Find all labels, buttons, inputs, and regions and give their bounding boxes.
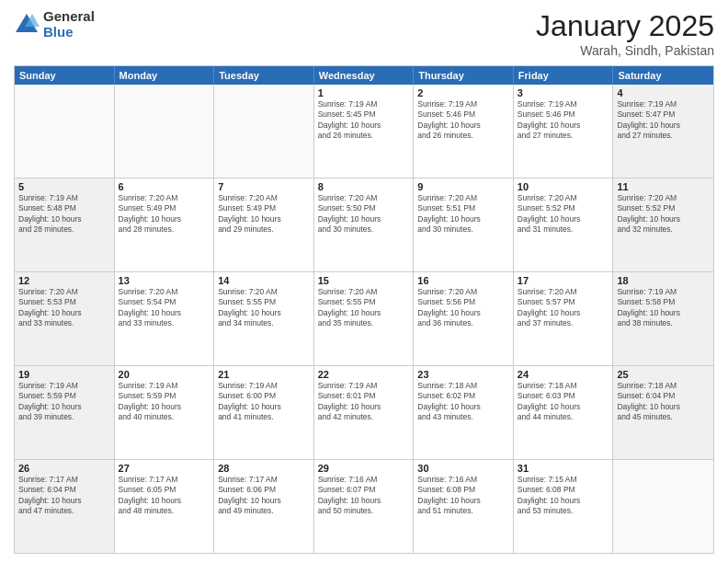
day-number: 13 <box>119 275 210 286</box>
day-cell-9: 9Sunrise: 7:20 AM Sunset: 5:51 PM Daylig… <box>414 178 514 271</box>
day-cell-24: 24Sunrise: 7:18 AM Sunset: 6:03 PM Dayli… <box>514 366 614 459</box>
day-info: Sunrise: 7:17 AM Sunset: 6:05 PM Dayligh… <box>119 475 210 517</box>
weekday-header-wednesday: Wednesday <box>314 66 415 85</box>
day-number: 12 <box>18 275 110 286</box>
day-cell-27: 27Sunrise: 7:17 AM Sunset: 6:05 PM Dayli… <box>115 460 215 553</box>
day-info: Sunrise: 7:19 AM Sunset: 5:59 PM Dayligh… <box>119 381 210 423</box>
day-number: 8 <box>318 181 410 192</box>
calendar-header: SundayMondayTuesdayWednesdayThursdayFrid… <box>15 66 713 85</box>
day-cell-31: 31Sunrise: 7:15 AM Sunset: 6:08 PM Dayli… <box>514 460 614 553</box>
logo-icon <box>14 12 40 38</box>
day-number: 3 <box>518 87 609 98</box>
day-cell-19: 19Sunrise: 7:19 AM Sunset: 5:59 PM Dayli… <box>15 366 115 459</box>
day-number: 23 <box>417 369 509 380</box>
weekday-header-sunday: Sunday <box>15 66 115 85</box>
calendar-week-3: 12Sunrise: 7:20 AM Sunset: 5:53 PM Dayli… <box>15 272 713 366</box>
day-cell-11: 11Sunrise: 7:20 AM Sunset: 5:52 PM Dayli… <box>613 178 713 271</box>
day-cell-6: 6Sunrise: 7:20 AM Sunset: 5:49 PM Daylig… <box>115 178 215 271</box>
day-cell-1: 1Sunrise: 7:19 AM Sunset: 5:45 PM Daylig… <box>314 85 415 178</box>
day-cell-5: 5Sunrise: 7:19 AM Sunset: 5:48 PM Daylig… <box>15 178 115 271</box>
day-info: Sunrise: 7:20 AM Sunset: 5:55 PM Dayligh… <box>218 287 310 329</box>
day-number: 14 <box>218 275 310 286</box>
day-number: 7 <box>218 181 310 192</box>
day-info: Sunrise: 7:19 AM Sunset: 5:58 PM Dayligh… <box>617 287 710 329</box>
day-cell-17: 17Sunrise: 7:20 AM Sunset: 5:57 PM Dayli… <box>514 272 614 365</box>
day-cell-2: 2Sunrise: 7:19 AM Sunset: 5:46 PM Daylig… <box>414 85 514 178</box>
day-number: 2 <box>417 87 509 98</box>
day-cell-22: 22Sunrise: 7:19 AM Sunset: 6:01 PM Dayli… <box>314 366 415 459</box>
day-cell-21: 21Sunrise: 7:19 AM Sunset: 6:00 PM Dayli… <box>214 366 314 459</box>
day-info: Sunrise: 7:19 AM Sunset: 5:48 PM Dayligh… <box>18 193 110 236</box>
day-number: 30 <box>417 463 509 474</box>
day-info: Sunrise: 7:20 AM Sunset: 5:52 PM Dayligh… <box>617 193 710 236</box>
day-number: 9 <box>417 181 509 192</box>
day-cell-28: 28Sunrise: 7:17 AM Sunset: 6:06 PM Dayli… <box>214 460 314 553</box>
day-info: Sunrise: 7:20 AM Sunset: 5:49 PM Dayligh… <box>218 193 310 236</box>
day-cell-10: 10Sunrise: 7:20 AM Sunset: 5:52 PM Dayli… <box>514 178 614 271</box>
day-number: 15 <box>318 275 410 286</box>
title-month: January 2025 <box>536 9 714 43</box>
day-number: 5 <box>18 181 110 192</box>
day-number: 24 <box>518 369 609 380</box>
day-number: 1 <box>318 87 410 98</box>
day-info: Sunrise: 7:20 AM Sunset: 5:57 PM Dayligh… <box>518 287 609 329</box>
day-cell-14: 14Sunrise: 7:20 AM Sunset: 5:55 PM Dayli… <box>214 272 314 365</box>
day-number: 31 <box>518 463 609 474</box>
day-number: 11 <box>617 181 710 192</box>
day-cell-23: 23Sunrise: 7:18 AM Sunset: 6:02 PM Dayli… <box>414 366 514 459</box>
day-number: 21 <box>218 369 310 380</box>
day-cell-8: 8Sunrise: 7:20 AM Sunset: 5:50 PM Daylig… <box>314 178 415 271</box>
day-info: Sunrise: 7:19 AM Sunset: 5:46 PM Dayligh… <box>518 99 609 142</box>
page: General Blue January 2025 Warah, Sindh, … <box>0 0 728 563</box>
empty-cell <box>613 460 713 553</box>
day-info: Sunrise: 7:19 AM Sunset: 5:59 PM Dayligh… <box>18 381 110 423</box>
day-cell-15: 15Sunrise: 7:20 AM Sunset: 5:55 PM Dayli… <box>314 272 415 365</box>
calendar-week-1: 1Sunrise: 7:19 AM Sunset: 5:45 PM Daylig… <box>15 85 713 178</box>
day-number: 22 <box>318 369 410 380</box>
day-info: Sunrise: 7:20 AM Sunset: 5:54 PM Dayligh… <box>119 287 210 329</box>
day-number: 16 <box>417 275 509 286</box>
day-number: 17 <box>518 275 609 286</box>
day-info: Sunrise: 7:20 AM Sunset: 5:50 PM Dayligh… <box>318 193 410 236</box>
day-number: 29 <box>318 463 410 474</box>
calendar: SundayMondayTuesdayWednesdayThursdayFrid… <box>14 65 714 554</box>
day-info: Sunrise: 7:19 AM Sunset: 6:00 PM Dayligh… <box>218 381 310 423</box>
weekday-header-monday: Monday <box>115 66 215 85</box>
day-info: Sunrise: 7:19 AM Sunset: 6:01 PM Dayligh… <box>318 381 410 423</box>
day-cell-3: 3Sunrise: 7:19 AM Sunset: 5:46 PM Daylig… <box>514 85 614 178</box>
weekday-header-tuesday: Tuesday <box>214 66 314 85</box>
day-info: Sunrise: 7:16 AM Sunset: 6:08 PM Dayligh… <box>417 475 509 517</box>
day-info: Sunrise: 7:18 AM Sunset: 6:04 PM Dayligh… <box>617 381 710 423</box>
day-info: Sunrise: 7:17 AM Sunset: 6:06 PM Dayligh… <box>218 475 310 517</box>
day-cell-26: 26Sunrise: 7:17 AM Sunset: 6:04 PM Dayli… <box>15 460 115 553</box>
day-number: 20 <box>119 369 210 380</box>
day-cell-30: 30Sunrise: 7:16 AM Sunset: 6:08 PM Dayli… <box>414 460 514 553</box>
calendar-body: 1Sunrise: 7:19 AM Sunset: 5:45 PM Daylig… <box>15 85 713 553</box>
day-info: Sunrise: 7:18 AM Sunset: 6:03 PM Dayligh… <box>518 381 609 423</box>
logo: General Blue <box>14 9 95 40</box>
day-number: 25 <box>617 369 710 380</box>
day-cell-12: 12Sunrise: 7:20 AM Sunset: 5:53 PM Dayli… <box>15 272 115 365</box>
day-cell-13: 13Sunrise: 7:20 AM Sunset: 5:54 PM Dayli… <box>115 272 215 365</box>
empty-cell <box>214 85 314 178</box>
title-location: Warah, Sindh, Pakistan <box>536 43 714 58</box>
day-cell-16: 16Sunrise: 7:20 AM Sunset: 5:56 PM Dayli… <box>414 272 514 365</box>
day-info: Sunrise: 7:17 AM Sunset: 6:04 PM Dayligh… <box>18 475 110 517</box>
weekday-header-friday: Friday <box>514 66 614 85</box>
calendar-week-4: 19Sunrise: 7:19 AM Sunset: 5:59 PM Dayli… <box>15 366 713 460</box>
day-number: 19 <box>18 369 110 380</box>
day-info: Sunrise: 7:19 AM Sunset: 5:46 PM Dayligh… <box>417 99 509 142</box>
weekday-header-saturday: Saturday <box>613 66 713 85</box>
calendar-week-2: 5Sunrise: 7:19 AM Sunset: 5:48 PM Daylig… <box>15 178 713 272</box>
calendar-week-5: 26Sunrise: 7:17 AM Sunset: 6:04 PM Dayli… <box>15 460 713 553</box>
day-number: 18 <box>617 275 710 286</box>
day-info: Sunrise: 7:20 AM Sunset: 5:56 PM Dayligh… <box>417 287 509 329</box>
day-info: Sunrise: 7:20 AM Sunset: 5:51 PM Dayligh… <box>417 193 509 236</box>
day-info: Sunrise: 7:20 AM Sunset: 5:53 PM Dayligh… <box>18 287 110 329</box>
header: General Blue January 2025 Warah, Sindh, … <box>14 9 714 58</box>
day-number: 27 <box>119 463 210 474</box>
day-info: Sunrise: 7:18 AM Sunset: 6:02 PM Dayligh… <box>417 381 509 423</box>
day-info: Sunrise: 7:20 AM Sunset: 5:55 PM Dayligh… <box>318 287 410 329</box>
day-info: Sunrise: 7:20 AM Sunset: 5:52 PM Dayligh… <box>518 193 609 236</box>
day-number: 6 <box>119 181 210 192</box>
